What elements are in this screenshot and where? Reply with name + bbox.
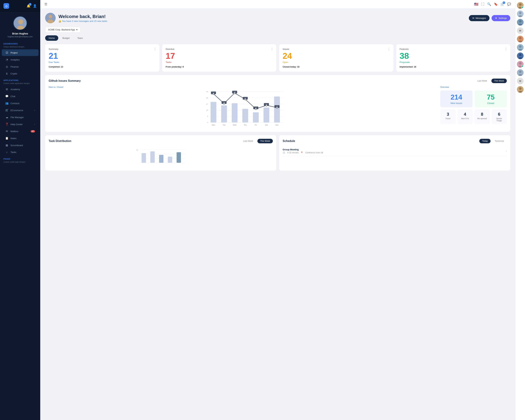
bottom-row: Task Distribution Last Week This Week 40 bbox=[45, 135, 510, 171]
reopened-label: Re-opened bbox=[477, 117, 487, 120]
rp-avatar-M2[interactable]: M bbox=[517, 78, 524, 84]
user-email: hughes.brian@company.com bbox=[3, 36, 37, 38]
sidebar-item-notes[interactable]: 📋 Notes bbox=[2, 135, 38, 141]
overview-top: 214 New Issues 75 Closed bbox=[440, 91, 507, 107]
svg-rect-62 bbox=[177, 152, 181, 163]
sidebar-item-project[interactable]: ☑ Project bbox=[2, 49, 38, 56]
svg-point-88 bbox=[519, 87, 522, 90]
reopened-stat: 8 Re-opened bbox=[474, 109, 490, 124]
card-more-icon[interactable]: ⋮ bbox=[387, 47, 391, 51]
card-number: 38 bbox=[400, 52, 507, 60]
messages-button[interactable]: ✉ Messages bbox=[469, 15, 489, 21]
rp-avatar-5[interactable] bbox=[517, 44, 524, 51]
sidebar-item-label: Finance bbox=[10, 65, 19, 68]
task-this-week-button[interactable]: This Week bbox=[257, 139, 273, 143]
triage-num: 6 bbox=[494, 112, 505, 117]
rp-avatar-9[interactable] bbox=[517, 86, 524, 93]
language-flag[interactable]: 🇺🇸 bbox=[474, 2, 478, 6]
sidebar-item-mailbox[interactable]: ✉ Mailbox 27 bbox=[2, 128, 38, 135]
svg-text:Tue: Tue bbox=[223, 124, 225, 126]
sidebar-item-label: File Manager bbox=[10, 116, 24, 119]
sidebar-item-chat[interactable]: 💬 Chat bbox=[2, 93, 38, 100]
scrumboard-icon: ▦ bbox=[5, 144, 8, 147]
card-number: 21 bbox=[49, 52, 156, 60]
rp-avatar-M1[interactable]: M bbox=[517, 27, 524, 34]
summary-card-issues: Issues ⋮ 24 Open Closed today: 19 bbox=[279, 44, 394, 72]
svg-text:Sat: Sat bbox=[265, 124, 268, 126]
rp-avatar-1[interactable] bbox=[517, 2, 524, 9]
card-more-icon[interactable]: ⋮ bbox=[153, 47, 157, 51]
chevron-right-icon[interactable]: › bbox=[506, 149, 507, 153]
this-week-button[interactable]: This Week bbox=[491, 79, 507, 83]
rp-avatar-7[interactable] bbox=[517, 61, 524, 67]
sidebar-item-finance[interactable]: ◎ Finance bbox=[2, 63, 38, 70]
week-toggle: Last Week This Week bbox=[474, 79, 507, 83]
svg-point-43 bbox=[255, 108, 257, 110]
svg-text:Thu: Thu bbox=[244, 124, 247, 126]
sidebar-item-tasks[interactable]: ○ Tasks bbox=[2, 149, 38, 155]
tab-budget[interactable]: Budget bbox=[59, 35, 73, 41]
card-number: 17 bbox=[166, 52, 273, 60]
rp-avatar-3[interactable] bbox=[517, 19, 524, 26]
tabs-row: Home Budget Team bbox=[45, 35, 510, 41]
card-label: Tasks bbox=[166, 61, 273, 64]
app-logo[interactable]: ◇ bbox=[3, 3, 9, 9]
cart-button[interactable]: 🛒 5 bbox=[500, 2, 504, 6]
sidebar-item-help-center[interactable]: ❓ Help Center › bbox=[2, 121, 38, 128]
academy-icon: ⊞ bbox=[5, 88, 8, 91]
notifications-button[interactable]: 🔔 3 bbox=[27, 4, 30, 8]
sidebar-item-file-manager[interactable]: ☁ File Manager bbox=[2, 114, 38, 121]
rp-avatar-6[interactable] bbox=[517, 53, 524, 59]
today-button[interactable]: Today bbox=[479, 139, 490, 143]
rp-avatar-8[interactable] bbox=[517, 69, 524, 76]
settings-button[interactable]: ⚙ Settings bbox=[492, 15, 510, 21]
bookmark-button[interactable]: 🔖 bbox=[494, 2, 498, 6]
tab-team[interactable]: Team bbox=[74, 35, 86, 41]
svg-point-41 bbox=[234, 92, 235, 94]
svg-rect-20 bbox=[232, 103, 237, 122]
fullscreen-button[interactable]: ⛶ bbox=[481, 2, 484, 6]
hamburger-menu[interactable]: ☰ bbox=[45, 2, 47, 6]
sidebar-item-scrumboard[interactable]: ▦ Scrumboard bbox=[2, 142, 38, 149]
sidebar-item-crypto[interactable]: $ Crypto bbox=[2, 70, 38, 77]
tomorrow-button[interactable]: Tomorrow bbox=[492, 139, 507, 143]
fixed-num: 3 bbox=[443, 112, 453, 117]
github-section-title: Github Issues Summary bbox=[49, 79, 81, 83]
sidebar-item-contacts[interactable]: 👥 Contacts bbox=[2, 100, 38, 107]
schedule-item-group-meeting: Group Meeting 🕐 in 32 minutes 📍 Conferen… bbox=[283, 146, 507, 156]
sidebar-item-academy[interactable]: ⊞ Academy bbox=[2, 86, 38, 93]
task-last-week-button[interactable]: Last Week bbox=[240, 139, 256, 143]
closed-issues-label: Closed bbox=[478, 102, 504, 104]
svg-point-73 bbox=[519, 37, 522, 39]
rp-avatar-2[interactable] bbox=[517, 10, 524, 17]
task-dist-title: Task Distribution bbox=[49, 140, 71, 143]
mailbox-icon: ✉ bbox=[5, 130, 8, 133]
tab-home[interactable]: Home bbox=[45, 35, 58, 41]
project-selector[interactable]: ACME Corp. Backend App ▾ bbox=[45, 27, 81, 33]
fixed-label: Fixed bbox=[443, 117, 453, 120]
crypto-icon: $ bbox=[5, 72, 8, 75]
file-manager-icon: ☁ bbox=[5, 116, 8, 119]
new-issues-label: New Issues bbox=[443, 102, 470, 104]
applications-section-label: APPLICATIONS bbox=[0, 77, 40, 83]
sidebar-item-ecommerce[interactable]: 🛒 ECommerce › bbox=[2, 107, 38, 113]
sidebar-item-label: Help Center bbox=[10, 123, 23, 126]
card-more-icon[interactable]: ⋮ bbox=[270, 47, 273, 51]
svg-rect-60 bbox=[159, 155, 163, 163]
triage-label: Needs Triage bbox=[494, 117, 505, 122]
last-week-button[interactable]: Last Week bbox=[474, 79, 490, 83]
issues-chart: 45 36 27 18 9 0 bbox=[49, 90, 437, 128]
schedule-title: Schedule bbox=[283, 140, 295, 143]
user-status-icon[interactable]: 👤 bbox=[33, 4, 37, 8]
wontfix-label: Won't Fix bbox=[460, 117, 470, 120]
sidebar-item-analytics[interactable]: ◔ Analytics bbox=[2, 56, 38, 63]
rp-avatar-4[interactable] bbox=[517, 36, 524, 42]
search-button[interactable]: 🔍 bbox=[487, 2, 491, 6]
card-more-icon[interactable]: ⋮ bbox=[504, 47, 507, 51]
right-panel: M M bbox=[515, 0, 525, 420]
messages-button[interactable]: 💬 bbox=[507, 2, 511, 6]
messages-icon: ✉ bbox=[472, 17, 474, 19]
location-icon: 📍 bbox=[301, 151, 303, 154]
sidebar-item-label: Contacts bbox=[10, 102, 19, 105]
fixed-stat: 3 Fixed bbox=[440, 109, 456, 124]
